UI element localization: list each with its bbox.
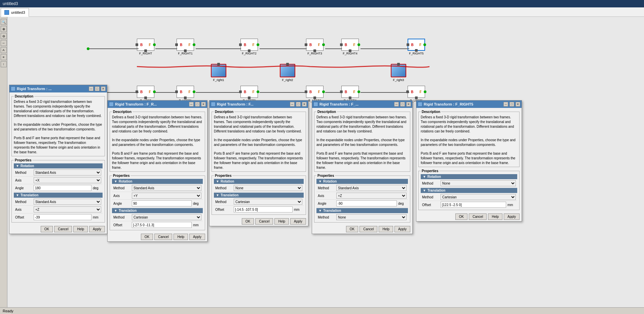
dialog-2-maximize[interactable]: □ bbox=[195, 102, 200, 107]
dialog-4-rot-angle-unit: deg bbox=[398, 202, 407, 205]
dialog-5-maximize[interactable]: □ bbox=[509, 102, 514, 107]
dialog-3-apply-btn[interactable]: Apply bbox=[290, 218, 306, 225]
dialog-2-rot-angle-unit: deg bbox=[193, 202, 201, 205]
dialog-2-trans-offset-input[interactable] bbox=[132, 222, 192, 228]
dialog-1-translation-offset-unit: mm bbox=[93, 215, 101, 219]
arrange-btn[interactable]: ≡ bbox=[1, 54, 7, 60]
zoom-out-btn[interactable]: ⊖ bbox=[1, 33, 7, 39]
dialog-1-cancel-btn[interactable]: Cancel bbox=[54, 226, 72, 232]
dialog-2-rotation-header[interactable]: ▼ Rotation bbox=[112, 179, 203, 184]
dialog-3-help-btn[interactable]: Help bbox=[274, 218, 289, 225]
dialog-3-trans-offset-input[interactable] bbox=[234, 206, 293, 212]
dialog-4-translation-header[interactable]: ▼ Translation bbox=[316, 208, 408, 213]
dialog-2-rot-axis-select[interactable]: +Y bbox=[132, 193, 201, 199]
dialog-1-help-btn[interactable]: Help bbox=[73, 226, 88, 232]
dialog-2-rot-angle-input[interactable] bbox=[132, 200, 192, 206]
dialog-5-close[interactable]: ✕ bbox=[516, 102, 520, 107]
node-B_LEFT4[interactable]: B F B_LEFT4 bbox=[341, 86, 359, 102]
dialog-1-rotation-method-select[interactable]: Standard Axis bbox=[34, 169, 101, 175]
dialog-2-desc-text: Defines a fixed 3-D rigid transformation… bbox=[112, 115, 203, 134]
dialog-5-rotation-header[interactable]: ▼ Rotation bbox=[421, 174, 517, 179]
node-F_RIGHT3[interactable]: B F F_RIGHT3 bbox=[306, 39, 324, 55]
dialog-2-translation-header[interactable]: ▼ Translation bbox=[112, 208, 203, 213]
dialog-4-rot-angle-input[interactable] bbox=[336, 200, 397, 206]
node-F_RIGHT[interactable]: B F F_RIGHT bbox=[137, 39, 154, 55]
dialog-1-translation-method-select[interactable]: Standard Axis bbox=[34, 199, 101, 205]
dialog-3-ok-btn[interactable]: OK bbox=[242, 218, 254, 225]
dialog-4-ok-btn[interactable]: OK bbox=[346, 226, 358, 232]
dialog-5-apply-btn[interactable]: Apply bbox=[504, 213, 520, 220]
dialog-2-close[interactable]: ✕ bbox=[201, 102, 206, 107]
dialog-1-translation-axis-select[interactable]: +Z bbox=[34, 206, 101, 212]
node-F_RIGHT1[interactable]: B F F_RIGHT1 bbox=[177, 39, 194, 55]
node-F_right1[interactable]: F_right1 bbox=[211, 64, 226, 82]
node-F_RIGHT4[interactable]: B F F_RIGHT4 bbox=[341, 39, 359, 55]
dialog-3-cancel-btn[interactable]: Cancel bbox=[255, 218, 273, 225]
dialog-4-rotation-header[interactable]: ▼ Rotation bbox=[316, 179, 408, 184]
dialog-5-cancel-btn[interactable]: Cancel bbox=[469, 213, 487, 220]
dialog-4-cancel-btn[interactable]: Cancel bbox=[359, 226, 377, 232]
dialog-4-apply-btn[interactable]: Apply bbox=[394, 226, 410, 232]
dialog-rigid-transform-5: Rigid Transform : F_RIGHT5 ─ □ ✕ Descrip… bbox=[416, 100, 522, 222]
dialog-1-translation-header[interactable]: ▼ Translation bbox=[14, 193, 103, 198]
node-F_right2[interactable]: F_right2 bbox=[280, 64, 295, 82]
zoom-in-btn[interactable]: ⊕ bbox=[1, 26, 7, 32]
main-tab[interactable]: untitled3 bbox=[1, 8, 29, 17]
dialog-4-rot-axis-row: Axis +Z bbox=[316, 192, 408, 200]
dialog-4-title: Rigid Transform : F_... bbox=[319, 102, 393, 106]
dialog-5-trans-offset-input[interactable] bbox=[441, 202, 506, 208]
dialog-5-rot-method-select[interactable]: None bbox=[441, 180, 516, 186]
node-F_right3[interactable]: F_right3 bbox=[391, 64, 406, 82]
dialog-2-cancel-btn[interactable]: Cancel bbox=[154, 234, 172, 240]
dialog-3-trans-method-select[interactable]: Cartesian bbox=[234, 199, 302, 205]
dialog-5-translation-header[interactable]: ▼ Translation bbox=[421, 188, 517, 193]
menu-bar: untitled3 bbox=[0, 7, 644, 17]
dialog-1-apply-btn[interactable]: Apply bbox=[89, 226, 105, 232]
dialog-4-rot-method-select[interactable]: Standard Axis bbox=[336, 185, 407, 191]
dialog-5-ok-btn[interactable]: OK bbox=[455, 213, 467, 220]
dialog-5-help-btn[interactable]: Help bbox=[488, 213, 502, 220]
node-B_LEFT5[interactable]: B F B_LEFT5 bbox=[408, 86, 425, 102]
dialog-1-rotation-header[interactable]: ▼ Rotation bbox=[14, 163, 103, 168]
node-F_RIGHT2[interactable]: B F F_RIGHT2 bbox=[240, 39, 258, 55]
dialog-3-translation-header[interactable]: ▼ Translation bbox=[214, 193, 304, 198]
dialog-4-trans-method-select[interactable]: None bbox=[336, 214, 407, 220]
dialog-5-titlebar: Rigid Transform : F_RIGHT5 ─ □ ✕ bbox=[416, 101, 522, 108]
select-btn[interactable]: A bbox=[1, 47, 7, 53]
dialog-1-close[interactable]: ✕ bbox=[101, 86, 106, 91]
dialog-2-apply-btn[interactable]: Apply bbox=[189, 234, 205, 240]
node-B_LEFT[interactable]: B F B_LEFT bbox=[137, 86, 154, 102]
pan-btn[interactable]: ↔ bbox=[1, 40, 7, 46]
dialog-3-minimize[interactable]: ─ bbox=[290, 102, 295, 107]
align-btn[interactable]: ↑ bbox=[1, 61, 7, 67]
dialog-2-rot-method-select[interactable]: Standard Axis bbox=[132, 185, 201, 191]
dialog-4-maximize[interactable]: □ bbox=[400, 102, 405, 107]
node-B_LEFT3[interactable]: B F B_LEFT3 bbox=[306, 86, 324, 102]
dialog-3-close[interactable]: ✕ bbox=[302, 102, 307, 107]
dialog-3-maximize[interactable]: □ bbox=[296, 102, 301, 107]
dialog-1-ok-btn[interactable]: OK bbox=[41, 226, 53, 232]
node-label: F_RIGHT1 bbox=[178, 52, 193, 55]
dialog-3-rotation-header[interactable]: ▼ Rotation bbox=[214, 179, 304, 184]
dialog-2-trans-method-select[interactable]: Cartesian bbox=[132, 214, 201, 220]
dialog-2-title: Rigid Transform : F_R... bbox=[115, 102, 188, 106]
dialog-1-maximize[interactable]: □ bbox=[95, 86, 100, 91]
dialog-1-rotation-angle-input[interactable] bbox=[34, 185, 91, 191]
dialog-2-minimize[interactable]: ─ bbox=[189, 102, 194, 107]
dialog-2-ok-btn[interactable]: OK bbox=[141, 234, 153, 240]
node-B_LEFT2[interactable]: B F B_LEFT2 bbox=[240, 86, 258, 102]
dialog-4-rot-axis-select[interactable]: +Z bbox=[336, 193, 407, 199]
node-B_LEFT1[interactable]: B F B_LEFT1 bbox=[177, 86, 194, 102]
dialog-1-minimize[interactable]: ─ bbox=[89, 86, 93, 91]
dialog-1-translation-offset-input[interactable] bbox=[34, 214, 91, 220]
dialog-5-minimize[interactable]: ─ bbox=[503, 102, 508, 107]
zoom-fit-btn[interactable]: 🔍 bbox=[1, 19, 7, 25]
dialog-2-help-btn[interactable]: Help bbox=[174, 234, 188, 240]
dialog-4-help-btn[interactable]: Help bbox=[379, 226, 393, 232]
dialog-4-close[interactable]: ✕ bbox=[406, 102, 411, 107]
dialog-1-rotation-axis-select[interactable]: +X bbox=[34, 177, 101, 183]
dialog-5-trans-method-select[interactable]: Cartesian bbox=[441, 194, 516, 200]
dialog-4-minimize[interactable]: ─ bbox=[394, 102, 399, 107]
node-F_RIGHT5[interactable]: B F F_RIGHT5 bbox=[408, 39, 425, 55]
dialog-3-rot-method-select[interactable]: None bbox=[234, 185, 302, 191]
